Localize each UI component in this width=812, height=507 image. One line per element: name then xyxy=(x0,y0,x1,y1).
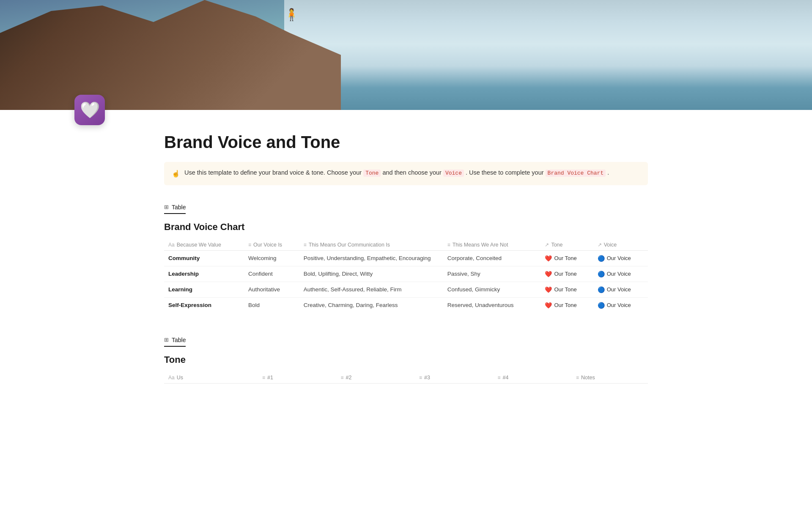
tone-table: Aa Us ≡ #1 ≡ #2 xyxy=(164,372,648,384)
col-we-are-not: ≡ This Means We Are Not xyxy=(443,239,541,251)
cell-voice-is-2: Authoritative xyxy=(244,282,299,297)
tone-label-3: Our Tone xyxy=(554,302,576,308)
col-tone: ↗ Tone xyxy=(540,239,593,251)
tone-col-4: ≡ #4 xyxy=(493,372,572,384)
cell-voice-2[interactable]: 🔵 Our Voice xyxy=(593,282,648,297)
voice-label-2: Our Voice xyxy=(607,286,631,293)
cell-comm-is-1: Bold, Uplifting, Direct, Witty xyxy=(299,266,443,282)
col-icon-1: Aa xyxy=(168,242,175,248)
tone-col-2: ≡ #2 xyxy=(337,372,415,384)
col-label-4: This Means We Are Not xyxy=(453,242,508,248)
tone-label-0: Our Tone xyxy=(554,255,576,261)
cell-value-1: Leadership xyxy=(164,266,244,282)
table-tab-label-1: Table xyxy=(172,204,186,211)
table-tab-label-2: Table xyxy=(172,337,186,343)
tone-col-label-4: #3 xyxy=(424,375,430,381)
page-icon: 🤍 xyxy=(74,95,105,125)
cell-value-0: Community xyxy=(164,250,244,266)
cell-comm-is-0: Positive, Understanding, Empathetic, Enc… xyxy=(299,250,443,266)
table-row: Community Welcoming Positive, Understand… xyxy=(164,250,648,266)
cell-voice-is-0: Welcoming xyxy=(244,250,299,266)
brand-voice-table: Aa Because We Value ≡ Our Voice Is ≡ xyxy=(164,239,648,313)
col-voice: ↗ Voice xyxy=(593,239,648,251)
hero-person: 🧍 xyxy=(284,8,299,22)
tone-label-2: Our Tone xyxy=(554,286,576,293)
table-row: Learning Authoritative Authentic, Self‑A… xyxy=(164,282,648,297)
cell-tone-0[interactable]: ❤️ Our Tone xyxy=(540,250,593,266)
col-comm-is: ≡ This Means Our Communication Is xyxy=(299,239,443,251)
page-content: Brand Voice and Tone ☝️ Use this templat… xyxy=(127,133,685,409)
tone-section: ⊞ Table Tone Aa Us ≡ #1 xyxy=(164,333,648,384)
voice-badge-2: 🔵 Our Voice xyxy=(598,286,631,293)
tone-col-icon-1: Aa xyxy=(168,375,175,381)
tone-col-3: ≡ #3 xyxy=(415,372,493,384)
tone-code: Tone xyxy=(363,170,381,177)
callout-block: ☝️ Use this template to define your bran… xyxy=(164,162,648,185)
table-row: Leadership Confident Bold, Uplifting, Di… xyxy=(164,266,648,282)
cell-tone-1[interactable]: ❤️ Our Tone xyxy=(540,266,593,282)
tone-col-1: ≡ #1 xyxy=(258,372,336,384)
cell-voice-0[interactable]: 🔵 Our Voice xyxy=(593,250,648,266)
page-title: Brand Voice and Tone xyxy=(164,133,648,152)
cell-tone-3[interactable]: ❤️ Our Tone xyxy=(540,297,593,313)
tone-col-label-6: Notes xyxy=(581,375,595,381)
table-icon-2: ⊞ xyxy=(164,337,169,343)
callout-text: Use this template to define your brand v… xyxy=(184,168,609,178)
table-icon-1: ⊞ xyxy=(164,204,169,210)
table-tab-1[interactable]: ⊞ Table xyxy=(164,204,186,214)
tone-col-icon-2: ≡ xyxy=(262,375,265,381)
cell-not-1: Passive, Shy xyxy=(443,266,541,282)
cell-comm-is-2: Authentic, Self‑Assured, Reliable, Firm xyxy=(299,282,443,297)
tone-section-title: Tone xyxy=(164,354,648,365)
cell-voice-3[interactable]: 🔵 Our Voice xyxy=(593,297,648,313)
table-tab-2[interactable]: ⊞ Table xyxy=(164,337,186,347)
table-header-row: Aa Because We Value ≡ Our Voice Is ≡ xyxy=(164,239,648,251)
callout-icon: ☝️ xyxy=(172,168,180,179)
col-icon-2: ≡ xyxy=(248,242,251,248)
tone-label-1: Our Tone xyxy=(554,271,576,277)
cell-value-3: Self‑Expression xyxy=(164,297,244,313)
cell-voice-is-3: Bold xyxy=(244,297,299,313)
col-icon-4: ≡ xyxy=(447,242,450,248)
tone-col-icon-4: ≡ xyxy=(419,375,422,381)
cell-voice-1[interactable]: 🔵 Our Voice xyxy=(593,266,648,282)
tone-badge-1: ❤️ Our Tone xyxy=(545,271,576,277)
tone-col-label-1: Us xyxy=(177,375,183,381)
cell-not-3: Reserved, Unadventurous xyxy=(443,297,541,313)
tone-col-icon-3: ≡ xyxy=(341,375,344,381)
cell-voice-is-1: Confident xyxy=(244,266,299,282)
col-icon-5: ↗ xyxy=(545,242,549,248)
cell-not-2: Confused, Gimmicky xyxy=(443,282,541,297)
col-label-1: Because We Value xyxy=(177,242,221,248)
col-our-voice-is: ≡ Our Voice Is xyxy=(244,239,299,251)
tone-badge-3: ❤️ Our Tone xyxy=(545,302,576,309)
voice-badge-0: 🔵 Our Voice xyxy=(598,255,631,262)
col-label-2: Our Voice Is xyxy=(253,242,282,248)
voice-label-0: Our Voice xyxy=(607,255,631,261)
tone-col-notes: ≡ Notes xyxy=(572,372,648,384)
cell-value-2: Learning xyxy=(164,282,244,297)
hero-banner: 🧍 xyxy=(0,0,812,110)
tone-header-row: Aa Us ≡ #1 ≡ #2 xyxy=(164,372,648,384)
tone-col-icon-6: ≡ xyxy=(576,375,579,381)
col-because-we-value: Aa Because We Value xyxy=(164,239,244,251)
tone-badge-2: ❤️ Our Tone xyxy=(545,286,576,293)
cell-comm-is-3: Creative, Charming, Daring, Fearless xyxy=(299,297,443,313)
brand-voice-chart-section: ⊞ Table Brand Voice Chart Aa Because We … xyxy=(164,200,648,313)
voice-badge-3: 🔵 Our Voice xyxy=(598,302,631,309)
hero-sky xyxy=(284,0,812,110)
table-row: Self‑Expression Bold Creative, Charming,… xyxy=(164,297,648,313)
tone-col-label-2: #1 xyxy=(267,375,273,381)
voice-badge-1: 🔵 Our Voice xyxy=(598,271,631,277)
voice-code: Voice xyxy=(443,170,464,177)
chart-code: Brand Voice Chart xyxy=(546,170,606,177)
tone-col-us: Aa Us xyxy=(164,372,258,384)
tone-badge-0: ❤️ Our Tone xyxy=(545,255,576,262)
tone-col-icon-5: ≡ xyxy=(497,375,500,381)
cell-tone-2[interactable]: ❤️ Our Tone xyxy=(540,282,593,297)
col-label-6: Voice xyxy=(604,242,617,248)
tone-col-label-5: #4 xyxy=(503,375,509,381)
tone-col-label-3: #2 xyxy=(346,375,352,381)
brand-voice-chart-title: Brand Voice Chart xyxy=(164,222,648,233)
voice-label-1: Our Voice xyxy=(607,271,631,277)
